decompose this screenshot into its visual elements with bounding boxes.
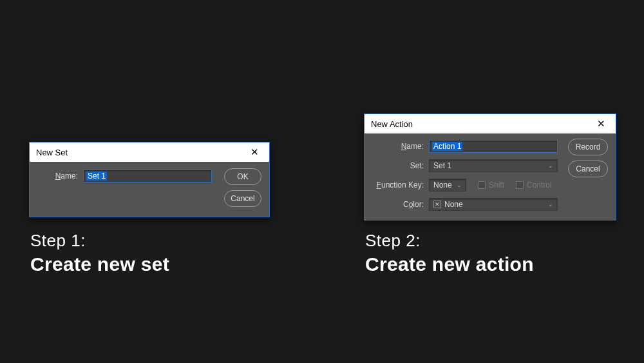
cancel-button[interactable]: Cancel [568, 161, 608, 177]
chevron-down-icon: ⌄ [548, 162, 553, 169]
step-1-label: Step 1: [30, 231, 169, 251]
step-2-caption: Step 2: Create new action [365, 231, 534, 275]
record-button[interactable]: Record [568, 139, 608, 155]
chevron-down-icon: ⌄ [548, 201, 553, 208]
dialog-titlebar: New Action ✕ [365, 114, 616, 133]
set-label: Set: [366, 161, 424, 170]
dialog-buttons: Record Cancel [568, 139, 608, 177]
set-dropdown-value: Set 1 [433, 161, 451, 170]
dialog-title: New Set [36, 148, 68, 157]
step-2-label: Step 2: [365, 231, 534, 251]
close-icon[interactable]: ✕ [591, 117, 611, 130]
dialog-buttons: OK Cancel [224, 168, 261, 207]
name-input[interactable]: Set 1 [83, 170, 212, 182]
name-input[interactable]: Action 1 [429, 140, 558, 153]
cancel-button[interactable]: Cancel [224, 190, 261, 207]
new-action-dialog: New Action ✕ Name: Action 1 Set: Set 1 ⌄… [364, 113, 616, 221]
color-row: Color: ✕ None ⌄ [366, 198, 558, 211]
new-set-dialog: New Set ✕ Name: Set 1 OK Cancel [29, 142, 270, 217]
set-row: Set: Set 1 ⌄ [366, 159, 558, 172]
name-row: Name: Action 1 [366, 140, 558, 153]
name-row: Name: Set 1 [36, 170, 212, 182]
shift-label: Shift [489, 181, 504, 190]
dialog-body: Name: Set 1 OK Cancel [30, 162, 269, 217]
control-label: Control [527, 181, 552, 190]
dialog-titlebar: New Set ✕ [30, 142, 269, 162]
chevron-down-icon: ⌄ [457, 182, 462, 188]
color-dropdown[interactable]: ✕ None ⌄ [429, 198, 558, 211]
close-icon[interactable]: ✕ [245, 146, 264, 159]
color-dropdown-value: None [444, 200, 463, 209]
ok-button[interactable]: OK [224, 168, 261, 185]
step-1-title: Create new set [30, 253, 169, 275]
function-key-value: None [433, 181, 452, 190]
name-label: Name: [36, 172, 78, 181]
none-color-icon: ✕ [433, 201, 441, 208]
step-1-caption: Step 1: Create new set [30, 231, 169, 275]
function-key-label: Function Key: [366, 181, 424, 190]
dialog-body: Name: Action 1 Set: Set 1 ⌄ Function Key… [365, 133, 616, 220]
dialog-title: New Action [371, 119, 413, 129]
control-checkbox[interactable] [516, 181, 524, 189]
function-key-row: Function Key: None ⌄ Shift Control [366, 179, 552, 191]
name-label: Name: [366, 142, 424, 151]
shift-checkbox[interactable] [478, 181, 486, 189]
step-2-title: Create new action [365, 253, 534, 275]
color-label: Color: [366, 200, 424, 209]
function-key-dropdown[interactable]: None ⌄ [429, 179, 466, 191]
set-dropdown[interactable]: Set 1 ⌄ [429, 159, 558, 172]
